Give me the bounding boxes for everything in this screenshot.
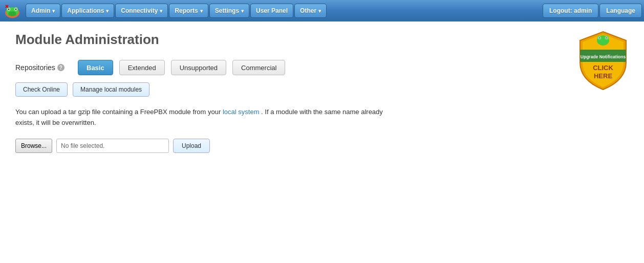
file-name-display: No file selected. [56,139,169,153]
svg-text:Upgrade Notifications: Upgrade Notifications [581,54,626,59]
nav-user-panel[interactable]: User Panel [250,4,293,18]
upload-button[interactable]: Upload [173,139,210,153]
connectivity-arrow-icon: ▾ [160,8,162,14]
upload-row: Browse... No file selected. Upload [15,139,629,153]
svg-text:CLICK: CLICK [593,64,613,72]
upgrade-badge[interactable]: Upgrade Notifications CLICK HERE [572,27,634,93]
repo-basic-button[interactable]: Basic [78,60,113,75]
language-button[interactable]: Language [599,4,642,18]
manage-local-button[interactable]: Manage local modules [73,82,149,97]
admin-arrow-icon: ▾ [52,8,55,14]
reports-arrow-icon: ▾ [200,8,203,14]
repo-unsupported-button[interactable]: Unsupported [171,60,226,75]
page-title: Module Administration [15,32,629,48]
repositories-row: Repositories ? Basic Extended Unsupporte… [15,60,629,75]
navbar: Admin ▾ Applications ▾ Connectivity ▾ Re… [0,0,644,21]
browse-button[interactable]: Browse... [15,139,52,153]
repositories-label: Repositories ? [15,63,72,72]
other-arrow-icon: ▾ [318,8,321,14]
nav-applications[interactable]: Applications ▾ [61,4,114,18]
svg-point-6 [8,9,10,10]
nav-connectivity[interactable]: Connectivity ▾ [115,4,168,18]
nav-reports[interactable]: Reports ▾ [169,4,208,18]
repositories-info-icon[interactable]: ? [57,64,65,71]
nav-admin[interactable]: Admin ▾ [26,4,60,18]
svg-point-8 [8,11,16,16]
svg-point-7 [15,9,17,10]
repo-extended-button[interactable]: Extended [119,60,165,75]
svg-point-20 [599,37,600,38]
svg-point-21 [606,37,607,38]
check-online-button[interactable]: Check Online [15,82,68,97]
upgrade-shield-icon: Upgrade Notifications CLICK HERE [575,29,631,91]
logout-button[interactable]: Logout: admin [543,4,598,18]
local-system-link[interactable]: local system [223,108,260,116]
repo-commercial-button[interactable]: Commercial [232,60,285,75]
description-text: You can upload a tar gzip file containin… [15,107,399,128]
nav-settings[interactable]: Settings ▾ [209,4,249,18]
action-row: Check Online Manage local modules [15,82,629,97]
applications-arrow-icon: ▾ [106,8,109,14]
settings-arrow-icon: ▾ [241,8,244,14]
logo-icon [3,3,22,19]
logo[interactable] [2,2,23,20]
nav-right: Logout: admin Language [543,4,642,18]
nav-other[interactable]: Other ▾ [294,4,327,18]
svg-text:HERE: HERE [594,72,612,80]
main-content: Module Administration Repositories ? Bas… [0,21,644,263]
